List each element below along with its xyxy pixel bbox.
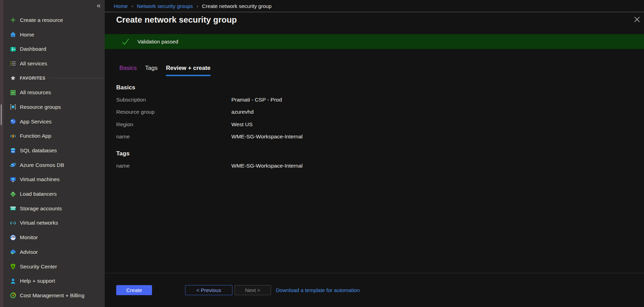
plus-icon <box>10 17 16 23</box>
footer-action-bar: Create < Previous Next > Download a temp… <box>105 285 644 295</box>
virtual-machines-icon <box>10 176 16 183</box>
sidebar-item-app-services[interactable]: App Services <box>3 114 105 129</box>
app-services-icon <box>10 118 16 125</box>
star-icon <box>10 75 16 81</box>
virtual-networks-icon <box>10 220 16 226</box>
cost-management-icon: $ <box>10 292 16 299</box>
tab-basics[interactable]: Basics <box>119 65 137 76</box>
svg-text:SQL: SQL <box>11 151 15 152</box>
sidebar-favorites-header: FAVORITES <box>3 71 105 86</box>
check-icon <box>121 37 130 46</box>
review-row-subscription: Subscription Pramati - CSP - Prod <box>116 94 457 106</box>
chevron-right-icon: › <box>197 3 198 9</box>
sidebar-item-dashboard[interactable]: Dashboard <box>3 42 105 56</box>
breadcrumb-current: Create network security group <box>202 3 272 9</box>
home-icon <box>10 31 16 38</box>
tab-bar: Basics Tags Review + create <box>119 65 219 76</box>
resource-groups-icon <box>10 104 16 110</box>
breadcrumb-parent-link[interactable]: Network security groups <box>137 3 193 9</box>
validation-message: Validation passed <box>137 39 178 45</box>
function-app-icon <box>10 133 16 139</box>
previous-button[interactable]: < Previous <box>185 285 232 295</box>
sidebar-item-virtual-machines[interactable]: Virtual machines <box>3 172 105 187</box>
review-row-region: Region West US <box>116 118 457 131</box>
sidebar-item-advisor[interactable]: Advisor <box>3 245 105 259</box>
footer-divider <box>105 273 644 273</box>
sidebar-item-resource-groups[interactable]: Resource groups <box>3 100 105 114</box>
sidebar-scrollbar-thumb[interactable] <box>1 104 2 125</box>
validation-banner: Validation passed <box>105 34 644 49</box>
sidebar-item-all-services[interactable]: All services <box>3 56 105 71</box>
close-icon[interactable] <box>633 16 641 23</box>
tags-section-heading: Tags <box>116 150 457 158</box>
favorites-divider <box>50 78 105 78</box>
tab-review-create[interactable]: Review + create <box>166 65 210 76</box>
sidebar-item-home[interactable]: Home <box>3 27 105 42</box>
cosmos-db-icon <box>10 162 16 168</box>
all-resources-icon <box>10 89 16 96</box>
sidebar-item-help-support[interactable]: Help + support <box>3 274 105 288</box>
download-template-link[interactable]: Download a template for automation <box>276 285 360 295</box>
basics-section-heading: Basics <box>116 83 457 92</box>
load-balancers-icon <box>10 191 16 197</box>
review-row-tag-name: name WME-SG-Workspace-Internal <box>116 160 457 172</box>
sidebar-item-security-center[interactable]: Security Center <box>3 259 105 274</box>
monitor-icon <box>10 234 16 241</box>
sidebar-item-create-a-resource[interactable]: Create a resource <box>3 13 105 27</box>
svg-text:$: $ <box>12 294 14 297</box>
storage-accounts-icon <box>10 205 16 212</box>
main-panel: Home › Network security groups › Create … <box>105 0 644 307</box>
next-button[interactable]: Next > <box>234 285 271 295</box>
create-button[interactable]: Create <box>116 285 152 295</box>
collapse-sidebar-icon[interactable]: « <box>97 2 101 9</box>
help-support-icon <box>10 278 16 284</box>
page-title: Create network security group <box>116 15 237 25</box>
sidebar-item-virtual-networks[interactable]: Virtual networks <box>3 216 105 231</box>
sql-databases-icon: SQL <box>10 147 16 154</box>
sidebar-item-all-resources[interactable]: All resources <box>3 85 105 100</box>
dashboard-icon <box>10 46 16 52</box>
review-row-name: name WME-SG-Workspace-Internal <box>116 131 457 143</box>
sidebar: « Create a resource Home Dashboard All s… <box>3 0 105 307</box>
sidebar-item-function-app[interactable]: Function App <box>3 129 105 144</box>
window-edge-strip <box>0 0 3 307</box>
breadcrumb-home-link[interactable]: Home <box>114 3 128 9</box>
tab-tags[interactable]: Tags <box>145 65 158 76</box>
sidebar-nav: Create a resource Home Dashboard All ser… <box>3 13 105 303</box>
review-row-resource-group: Resource group azurevhd <box>116 106 457 119</box>
review-summary: Basics Subscription Pramati - CSP - Prod… <box>116 83 457 172</box>
breadcrumb: Home › Network security groups › Create … <box>105 0 644 12</box>
sidebar-item-monitor[interactable]: Monitor <box>3 230 105 245</box>
chevron-right-icon: › <box>132 3 133 9</box>
sidebar-item-sql-databases[interactable]: SQL SQL databases <box>3 143 105 158</box>
sidebar-item-azure-cosmos-db[interactable]: Azure Cosmos DB <box>3 158 105 172</box>
sidebar-item-cost-management-billing[interactable]: $ Cost Management + Billing <box>3 288 105 303</box>
sidebar-item-load-balancers[interactable]: Load balancers <box>3 187 105 201</box>
sidebar-item-storage-accounts[interactable]: Storage accounts <box>3 201 105 216</box>
security-center-icon <box>10 263 16 270</box>
advisor-icon <box>10 249 16 255</box>
tags-section: Tags name WME-SG-Workspace-Internal <box>116 150 457 172</box>
all-services-icon <box>10 60 16 67</box>
